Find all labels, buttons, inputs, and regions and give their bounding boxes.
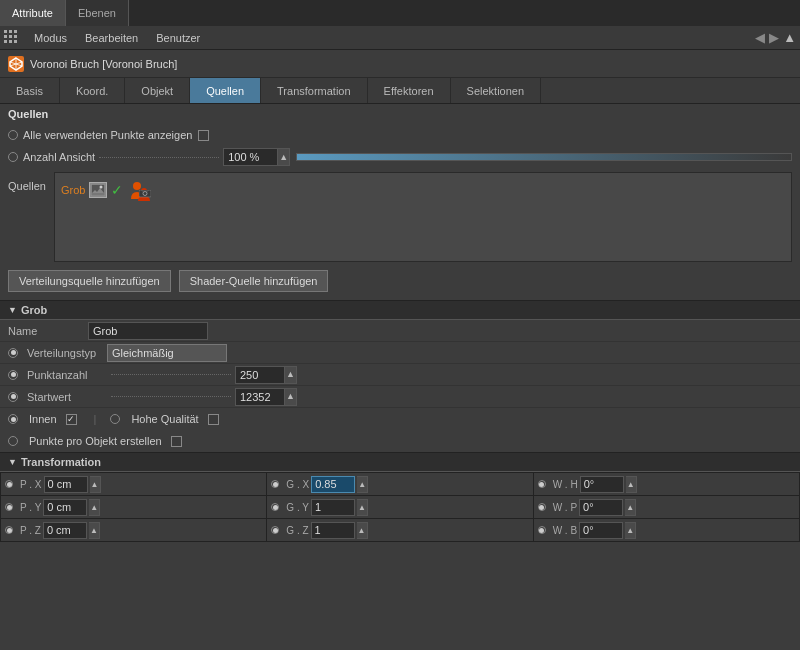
label-pz: P . Z — [20, 525, 41, 536]
spin-gy[interactable]: ▲ — [357, 499, 368, 516]
radio-px[interactable] — [5, 480, 13, 488]
radio-pz[interactable] — [5, 526, 13, 534]
input-gy[interactable] — [311, 499, 355, 516]
radio-wh[interactable] — [538, 480, 546, 488]
transform-wb: W . B ▲ — [534, 519, 799, 541]
startwert-input[interactable] — [235, 388, 285, 406]
radio-punktanzahl[interactable] — [8, 370, 18, 380]
punktanzahl-spin[interactable]: ▲ — [285, 366, 297, 384]
quellen-img-icon — [89, 182, 107, 198]
input-gz[interactable] — [311, 522, 355, 539]
grid-icon — [4, 30, 20, 46]
radio-hohe-qualitaet[interactable] — [110, 414, 120, 424]
add-dist-button[interactable]: Verteilungsquelle hinzufügen — [8, 270, 171, 292]
nav-flag-icon: ▲ — [783, 30, 796, 45]
quellen-item-name: Grob — [61, 184, 85, 196]
name-label: Name — [8, 325, 88, 337]
tab-basis[interactable]: Basis — [0, 78, 60, 103]
title-tab-bar: Attribute Ebenen — [0, 0, 800, 26]
checkbox-innen[interactable] — [66, 414, 77, 425]
input-py[interactable] — [43, 499, 87, 516]
label-px: P . X — [20, 479, 42, 490]
transform-gy: G . Y ▲ — [267, 496, 532, 518]
menu-modus[interactable]: Modus — [26, 30, 75, 46]
checkbox-punkte-pro-objekt[interactable] — [171, 436, 182, 447]
nav-left-icon[interactable]: ◀ — [755, 30, 765, 45]
option-anzahl: Anzahl Ansicht ▲ — [0, 146, 800, 168]
startwert-spin[interactable]: ▲ — [285, 388, 297, 406]
transform-wh: W . H ▲ — [534, 473, 799, 495]
add-shader-button[interactable]: Shader-Quelle hinzufügen — [179, 270, 329, 292]
label-wp: W . P — [553, 502, 577, 513]
main-content: Quellen Alle verwendeten Punkte anzeigen… — [0, 104, 800, 650]
transform-px: P . X ▲ — [1, 473, 266, 495]
radio-startwert[interactable] — [8, 392, 18, 402]
radio-alle-punkte[interactable] — [8, 130, 18, 140]
btn-row: Verteilungsquelle hinzufügen Shader-Quel… — [0, 266, 800, 296]
quellen-label: Quellen — [8, 172, 46, 192]
punktanzahl-label: Punktanzahl — [27, 369, 107, 381]
pipe-sep: | — [94, 413, 97, 425]
spin-gx[interactable]: ▲ — [357, 476, 368, 493]
anzahl-spin-up[interactable]: ▲ — [278, 148, 290, 166]
input-wh[interactable] — [580, 476, 624, 493]
tab-quellen[interactable]: Quellen — [190, 78, 261, 103]
transformation-grid: P . X ▲ G . X ▲ W . H ▲ P . Y ▲ G . Y — [0, 472, 800, 542]
spin-wh[interactable]: ▲ — [626, 476, 637, 493]
svg-rect-12 — [142, 190, 148, 191]
checkbox-alle-punkte[interactable] — [198, 130, 209, 141]
checkbox-hohe-qualitaet[interactable] — [208, 414, 219, 425]
verteilung-label: Verteilungstyp — [27, 347, 107, 359]
menubar: Modus Bearbeiten Benutzer ◀ ▶ ▲ — [0, 26, 800, 50]
nav-right-icon[interactable]: ▶ — [769, 30, 779, 45]
radio-innen[interactable] — [8, 414, 18, 424]
dotted-line-3 — [111, 396, 231, 397]
label-py: P . Y — [20, 502, 41, 513]
input-wp[interactable] — [579, 499, 623, 516]
svg-point-7 — [100, 186, 103, 189]
radio-punkte-pro-objekt[interactable] — [8, 436, 18, 446]
input-wb[interactable] — [579, 522, 623, 539]
tab-objekt[interactable]: Objekt — [125, 78, 190, 103]
tab-ebenen[interactable]: Ebenen — [66, 0, 129, 26]
object-title-row: Voronoi Bruch [Voronoi Bruch] — [0, 50, 800, 78]
input-px[interactable] — [44, 476, 88, 493]
tab-transformation[interactable]: Transformation — [261, 78, 368, 103]
radio-wp[interactable] — [538, 503, 546, 511]
radio-py[interactable] — [5, 503, 13, 511]
spin-wb[interactable]: ▲ — [625, 522, 636, 539]
name-input[interactable] — [88, 322, 208, 340]
punktanzahl-input[interactable] — [235, 366, 285, 384]
spin-gz[interactable]: ▲ — [357, 522, 368, 539]
input-pz[interactable] — [43, 522, 87, 539]
tab-selektionen[interactable]: Selektionen — [451, 78, 542, 103]
verteilung-dropdown[interactable]: Gleichmäßig — [107, 344, 227, 362]
spin-py[interactable]: ▲ — [89, 499, 100, 516]
tab-attribute[interactable]: Attribute — [0, 0, 66, 26]
startwert-group: ▲ — [235, 388, 297, 406]
spin-wp[interactable]: ▲ — [625, 499, 636, 516]
spin-px[interactable]: ▲ — [90, 476, 101, 493]
transform-wp: W . P ▲ — [534, 496, 799, 518]
label-wb: W . B — [553, 525, 577, 536]
grob-divider: ▼ Grob — [0, 300, 800, 320]
main-tab-bar: Basis Koord. Objekt Quellen Transformati… — [0, 78, 800, 104]
radio-gy[interactable] — [271, 503, 279, 511]
punkte-pro-objekt-row: Punkte pro Objekt erstellen — [0, 430, 800, 452]
radio-verteilung[interactable] — [8, 348, 18, 358]
radio-gz[interactable] — [271, 526, 279, 534]
spin-pz[interactable]: ▲ — [89, 522, 100, 539]
anzahl-input[interactable] — [223, 148, 278, 166]
transform-triangle-icon: ▼ — [8, 457, 17, 467]
object-name: Voronoi Bruch [Voronoi Bruch] — [30, 58, 177, 70]
tab-effektoren[interactable]: Effektoren — [368, 78, 451, 103]
menu-benutzer[interactable]: Benutzer — [148, 30, 208, 46]
radio-gx[interactable] — [271, 480, 279, 488]
radio-wb[interactable] — [538, 526, 546, 534]
transformation-divider: ▼ Transformation — [0, 452, 800, 472]
radio-anzahl[interactable] — [8, 152, 18, 162]
menu-bearbeiten[interactable]: Bearbeiten — [77, 30, 146, 46]
tab-koord[interactable]: Koord. — [60, 78, 125, 103]
anzahl-field-group: ▲ — [223, 148, 290, 166]
input-gx[interactable] — [311, 476, 355, 493]
